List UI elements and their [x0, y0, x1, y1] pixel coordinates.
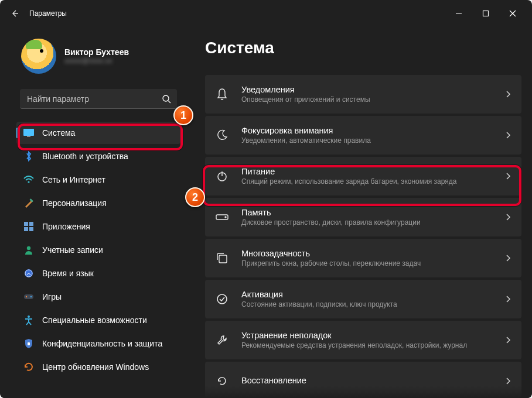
chevron-right-icon [505, 131, 511, 139]
sidebar-item-label: Специальные возможности [42, 315, 147, 325]
close-icon [509, 10, 516, 17]
window-controls [445, 0, 526, 27]
card-subtitle: Дисковое пространство, диски, правила ко… [241, 218, 499, 227]
sidebar-item-privacy[interactable]: Конфиденциальность и защита [16, 332, 180, 355]
update-icon [23, 362, 34, 372]
card-multitasking[interactable]: Многозадачность Прикрепить окна, рабочие… [205, 239, 521, 277]
svg-rect-27 [219, 255, 227, 263]
card-title: Многозадачность [241, 249, 499, 258]
sidebar-item-accounts[interactable]: Учетные записи [16, 239, 180, 261]
card-power[interactable]: Питание Спящий режим, использование заря… [205, 157, 521, 195]
settings-window: Параметры Виктор Бухтеев xxxxx@xxxx.xx [0, 0, 532, 398]
svg-rect-2 [483, 11, 489, 16]
minimize-icon [455, 10, 462, 17]
svg-rect-7 [23, 129, 34, 136]
arrow-left-icon [10, 9, 19, 18]
card-subtitle: Состояние активации, подписки, ключ прод… [241, 300, 499, 308]
page-title: Система [205, 39, 521, 57]
window-title: Параметры [29, 9, 67, 18]
sidebar: Виктор Бухтеев xxxxx@xxxx.xx Система Blu… [0, 27, 186, 398]
svg-point-26 [225, 217, 226, 218]
card-title: Устранение неполадок [241, 331, 499, 340]
multitask-icon [216, 252, 229, 265]
svg-point-15 [27, 246, 30, 250]
moon-icon [216, 129, 229, 142]
sidebar-item-personalization[interactable]: Персонализация [16, 192, 180, 214]
card-title: Фокусировка внимания [241, 126, 499, 135]
svg-rect-22 [28, 342, 30, 345]
sidebar-item-label: Игры [42, 292, 62, 301]
sidebar-item-gaming[interactable]: Игры [16, 286, 180, 308]
titlebar: Параметры [0, 0, 532, 27]
brush-icon [23, 198, 34, 208]
search-icon [162, 94, 171, 104]
chevron-right-icon [505, 90, 511, 98]
sidebar-item-label: Время и язык [42, 269, 94, 278]
sidebar-item-label: Bluetooth и устройства [42, 152, 128, 161]
search-box[interactable] [20, 89, 177, 109]
sidebar-item-system[interactable]: Система [16, 122, 180, 144]
svg-point-19 [26, 296, 27, 297]
card-activation[interactable]: Активация Состояние активации, подписки,… [205, 280, 521, 318]
sidebar-item-label: Учетные записи [42, 245, 103, 255]
chevron-right-icon [505, 254, 511, 262]
chevron-right-icon [505, 377, 511, 385]
profile-block[interactable]: Виктор Бухтеев xxxxx@xxxx.xx [16, 39, 180, 74]
sidebar-item-accessibility[interactable]: Специальные возможности [16, 309, 180, 331]
card-subtitle: Прикрепить окна, рабочие столы, переключ… [241, 259, 499, 267]
shield-icon [23, 338, 34, 349]
sidebar-item-label: Центр обновления Windows [42, 362, 149, 372]
wrench-icon [216, 334, 229, 346]
card-storage[interactable]: Память Дисковое пространство, диски, пра… [205, 198, 521, 236]
sidebar-item-apps[interactable]: Приложения [16, 215, 180, 238]
sidebar-item-update[interactable]: Центр обновления Windows [16, 356, 180, 378]
wifi-icon [23, 174, 34, 185]
svg-point-28 [217, 294, 227, 304]
sidebar-item-label: Сеть и Интернет [42, 175, 105, 184]
time-icon [23, 268, 34, 279]
card-title: Восстановление [241, 376, 499, 385]
sidebar-nav: Система Bluetooth и устройства Сеть и Ин… [16, 122, 180, 378]
card-subtitle: Рекомендуемые средства устранения непола… [241, 341, 499, 349]
avatar [21, 39, 56, 74]
sidebar-item-network[interactable]: Сеть и Интернет [16, 169, 180, 191]
bell-icon [216, 88, 229, 101]
sidebar-item-label: Система [42, 128, 75, 138]
apps-icon [23, 221, 34, 232]
svg-rect-14 [29, 227, 33, 231]
card-title: Уведомления [241, 85, 499, 94]
close-button[interactable] [499, 0, 526, 27]
card-focus[interactable]: Фокусировка внимания Уведомления, автома… [205, 116, 521, 155]
svg-line-6 [168, 101, 170, 103]
card-subtitle: Оповещения от приложений и системы [241, 95, 499, 104]
svg-point-21 [28, 315, 30, 318]
system-icon [23, 128, 34, 138]
sidebar-item-label: Персонализация [42, 198, 107, 208]
chevron-right-icon [505, 213, 511, 221]
power-icon [216, 170, 229, 183]
search-input[interactable] [27, 94, 162, 104]
card-title: Память [241, 208, 499, 217]
svg-rect-18 [24, 294, 33, 299]
sidebar-item-bluetooth[interactable]: Bluetooth и устройства [16, 145, 180, 167]
back-button[interactable] [6, 5, 23, 22]
minimize-button[interactable] [445, 0, 472, 27]
svg-point-20 [30, 296, 32, 297]
card-troubleshoot[interactable]: Устранение неполадок Рекомендуемые средс… [205, 321, 521, 359]
card-subtitle: Уведомления, автоматические правила [241, 136, 499, 145]
chevron-right-icon [505, 295, 511, 303]
card-recovery[interactable]: Восстановление [205, 362, 521, 398]
sidebar-item-label: Конфиденциальность и защита [42, 339, 162, 348]
maximize-button[interactable] [472, 0, 499, 27]
card-title: Питание [241, 167, 499, 176]
profile-email: xxxxx@xxxx.xx [64, 57, 129, 65]
card-title: Активация [241, 290, 499, 299]
svg-point-9 [28, 181, 29, 183]
check-icon [216, 293, 229, 306]
user-icon [23, 245, 34, 255]
chevron-right-icon [505, 336, 511, 344]
svg-rect-12 [29, 222, 33, 226]
svg-point-5 [163, 95, 169, 101]
sidebar-item-time[interactable]: Время и язык [16, 262, 180, 284]
card-notifications[interactable]: Уведомления Оповещения от приложений и с… [205, 75, 521, 114]
